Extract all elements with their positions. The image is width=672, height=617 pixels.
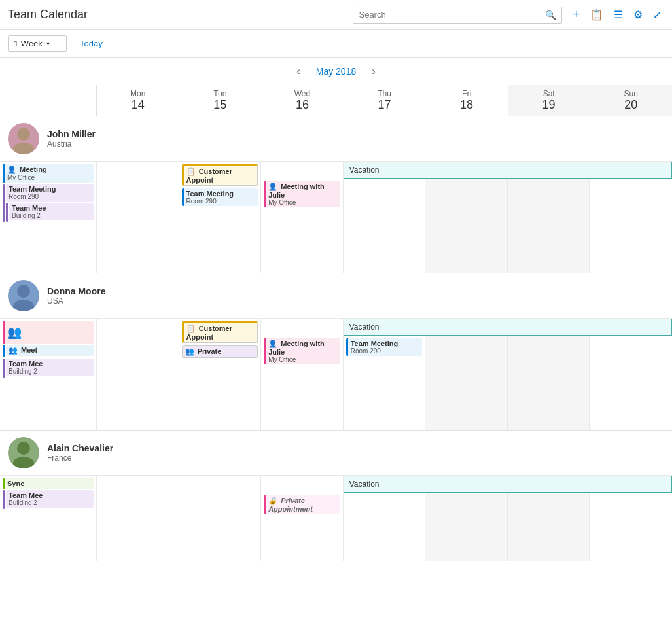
svg-point-3 xyxy=(13,300,34,311)
day-headers: Mon 14 Tue 15 Wed 16 Thu 17 Fri 18 Sat 1… xyxy=(0,85,672,116)
day-header-tue: Tue 15 xyxy=(179,85,262,116)
day-header-mon: Mon 14 xyxy=(97,85,179,116)
john-wed-cell: 📋 Customer Appoint Team Meeting Room 290 xyxy=(179,162,262,273)
day-header-thu: Thu 17 xyxy=(344,85,426,116)
schedule-view-button[interactable]: 📋 xyxy=(588,6,606,24)
alain-avatar xyxy=(8,437,39,468)
svg-point-0 xyxy=(17,128,30,141)
private-appt-event[interactable]: 🔒 Private Appointment xyxy=(264,495,340,514)
meeting-event[interactable]: 👤 Meeting My Office xyxy=(3,164,94,183)
search-input[interactable] xyxy=(359,10,545,20)
sync-event[interactable]: Sync xyxy=(3,478,94,489)
day-header-sat: Sat 19 xyxy=(508,85,590,116)
donna-moore-row: Donna Moore USA Vacation 👥 👥 Meet xyxy=(0,273,672,431)
donna-tue-cell xyxy=(97,319,179,430)
toolbar: 1 Week ▾ Today xyxy=(0,30,672,58)
person-icon: 👤 xyxy=(7,166,16,173)
person-icon-2: 👤 xyxy=(268,183,277,190)
team-mee-donna[interactable]: Team Mee Building 2 xyxy=(6,359,94,376)
chevron-down-icon: ▾ xyxy=(46,40,50,47)
vacation-label-donna: Vacation xyxy=(349,323,380,332)
meeting-julie-event[interactable]: 👤 Meeting with Julie My Office xyxy=(264,181,340,207)
app-title: Team Calendar xyxy=(8,8,88,22)
john-miller-info: John Miller Austria xyxy=(0,116,672,162)
private-event[interactable]: 👥 Private xyxy=(182,345,258,358)
john-vacation-span[interactable]: Vacation xyxy=(344,162,672,179)
donna-moore-country: USA xyxy=(47,296,105,306)
donna-moore-details: Donna Moore USA xyxy=(47,286,105,306)
header: Team Calendar 🔍 + 📋 ☰ ⚙ ⤢ xyxy=(0,0,672,30)
donna-moore-avatar xyxy=(8,280,39,311)
team-mee-alain[interactable]: Team Mee Building 2 xyxy=(6,490,94,508)
customer-appoint-event[interactable]: 📋 Customer Appoint xyxy=(182,164,258,186)
john-tue-cell xyxy=(97,162,179,273)
svg-point-5 xyxy=(13,457,34,468)
person-icon-3: 👤 xyxy=(268,340,277,347)
team-meeting-event-1[interactable]: Team Meeting Room 290 xyxy=(6,184,94,202)
add-button[interactable]: + xyxy=(570,5,582,24)
john-mon-cell: 👤 Meeting My Office Team Meeting Room 29… xyxy=(0,162,97,273)
alain-thu-cell: 🔒 Private Appointment xyxy=(261,476,344,561)
prev-month-button[interactable]: ‹ xyxy=(291,63,305,80)
calendar-icon-donna: 📋 xyxy=(186,325,196,332)
group-event[interactable]: 👥 xyxy=(3,321,94,344)
team-mee-event-1[interactable]: Team Mee Building 2 xyxy=(9,203,94,220)
vacation-label: Vacation xyxy=(349,166,380,175)
alain-country: France xyxy=(47,453,113,463)
donna-thu-cell: 👤 Meeting with Julie My Office xyxy=(261,319,344,430)
alain-details: Alain Chevalier France xyxy=(47,443,113,463)
donna-mon-cell: 👥 👥 Meet Team Mee Building 2 xyxy=(0,319,97,430)
group-icon: 👥 xyxy=(7,326,22,339)
vacation-label-alain: Vacation xyxy=(349,480,380,489)
alain-name: Alain Chevalier xyxy=(47,443,113,453)
donna-moore-name: Donna Moore xyxy=(47,286,105,296)
day-header-fri: Fri 18 xyxy=(425,85,508,116)
team-meeting-fri-donna[interactable]: Team Meeting Room 290 xyxy=(346,338,423,356)
day-header-sun: Sun 20 xyxy=(590,85,672,116)
alain-mon-cell: Sync Team Mee Building 2 xyxy=(0,476,97,561)
meeting-julie-donna[interactable]: 👤 Meeting with Julie My Office xyxy=(264,338,340,364)
svg-point-4 xyxy=(17,442,30,455)
next-month-button[interactable]: › xyxy=(366,63,380,80)
svg-point-1 xyxy=(13,143,34,154)
nav-bar: ‹ May 2018 › xyxy=(0,58,672,85)
alain-wed-cell xyxy=(179,476,262,561)
settings-button[interactable]: ⚙ xyxy=(631,6,645,24)
lock-icon: 🔒 xyxy=(268,497,277,504)
john-miller-row: John Miller Austria Vacation 👤 Meeting M… xyxy=(0,116,672,273)
donna-vacation-span[interactable]: Vacation xyxy=(344,319,672,336)
donna-wed-cell: 📋 Customer Appoint 👥 Private xyxy=(179,319,262,430)
week-select-label: 1 Week xyxy=(14,39,43,48)
john-thu-cell: 👤 Meeting with Julie My Office xyxy=(261,162,344,273)
john-mon-stacked: Team Meeting Room 290 Team Mee Building … xyxy=(3,184,94,222)
john-miller-name: John Miller xyxy=(47,129,96,139)
alain-vacation-span[interactable]: Vacation xyxy=(344,476,672,493)
donna-mon-stacked: 👥 Meet xyxy=(3,345,94,357)
alain-info: Alain Chevalier France xyxy=(0,431,672,476)
month-label: May 2018 xyxy=(316,66,356,77)
calendar-icon: 📋 xyxy=(186,167,196,175)
john-miller-country: Austria xyxy=(47,139,96,149)
john-miller-details: John Miller Austria xyxy=(47,129,96,149)
day-header-wed: Wed 16 xyxy=(261,85,344,116)
search-bar[interactable]: 🔍 xyxy=(353,7,562,24)
expand-button[interactable]: ⤢ xyxy=(650,6,664,24)
today-button[interactable]: Today xyxy=(75,36,108,51)
header-actions: + 📋 ☰ ⚙ ⤢ xyxy=(570,5,664,24)
group-lock-icon: 👥 xyxy=(185,347,194,355)
team-meeting-wed-event[interactable]: Team Meeting Room 290 xyxy=(182,188,258,206)
list-view-button[interactable]: ☰ xyxy=(611,6,626,24)
week-select[interactable]: 1 Week ▾ xyxy=(8,35,67,52)
donna-moore-info: Donna Moore USA xyxy=(0,273,672,319)
alain-tue-cell xyxy=(97,476,179,561)
alain-row: Alain Chevalier France Vacation Sync Tea… xyxy=(0,431,672,561)
meet-event[interactable]: 👥 Meet xyxy=(6,345,94,356)
svg-point-2 xyxy=(17,285,30,298)
search-icon: 🔍 xyxy=(545,10,556,20)
customer-appoint-donna[interactable]: 📋 Customer Appoint xyxy=(182,321,258,343)
group-icon-2: 👥 xyxy=(9,346,18,354)
john-miller-avatar xyxy=(8,123,39,154)
